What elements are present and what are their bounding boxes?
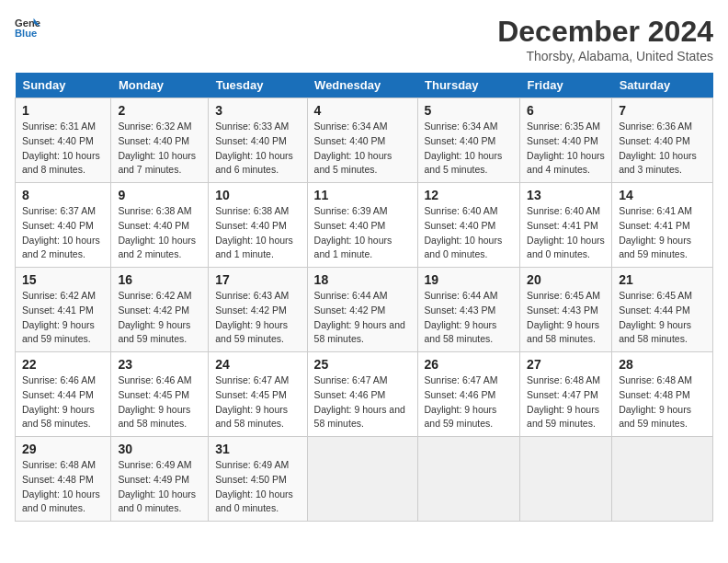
calendar-cell: 26Sunrise: 6:47 AMSunset: 4:46 PMDayligh… bbox=[417, 352, 520, 437]
day-number: 27 bbox=[527, 357, 605, 372]
calendar-cell: 24Sunrise: 6:47 AMSunset: 4:45 PMDayligh… bbox=[209, 352, 307, 437]
day-number: 23 bbox=[118, 357, 201, 372]
day-number: 24 bbox=[215, 357, 300, 372]
day-info: Sunrise: 6:41 AMSunset: 4:41 PMDaylight:… bbox=[619, 204, 706, 262]
day-number: 29 bbox=[22, 442, 104, 456]
calendar-cell bbox=[520, 437, 612, 522]
day-info: Sunrise: 6:45 AMSunset: 4:44 PMDaylight:… bbox=[619, 289, 706, 347]
logo: General Blue bbox=[15, 15, 40, 40]
day-info: Sunrise: 6:34 AMSunset: 4:40 PMDaylight:… bbox=[425, 120, 514, 178]
day-number: 6 bbox=[527, 103, 605, 118]
subtitle: Thorsby, Alabama, United States bbox=[497, 49, 713, 63]
calendar-cell: 23Sunrise: 6:46 AMSunset: 4:45 PMDayligh… bbox=[111, 352, 209, 437]
day-number: 22 bbox=[22, 357, 104, 372]
calendar-cell: 1Sunrise: 6:31 AMSunset: 4:40 PMDaylight… bbox=[16, 98, 111, 183]
day-info: Sunrise: 6:31 AMSunset: 4:40 PMDaylight:… bbox=[22, 120, 104, 178]
calendar-cell: 21Sunrise: 6:45 AMSunset: 4:44 PMDayligh… bbox=[612, 268, 713, 352]
week-row-4: 22Sunrise: 6:46 AMSunset: 4:44 PMDayligh… bbox=[16, 352, 713, 437]
calendar-cell: 17Sunrise: 6:43 AMSunset: 4:42 PMDayligh… bbox=[209, 268, 307, 352]
calendar-cell: 10Sunrise: 6:38 AMSunset: 4:40 PMDayligh… bbox=[209, 183, 307, 268]
calendar-cell: 20Sunrise: 6:45 AMSunset: 4:43 PMDayligh… bbox=[520, 268, 612, 352]
calendar-cell: 25Sunrise: 6:47 AMSunset: 4:46 PMDayligh… bbox=[307, 352, 417, 437]
page-header: General Blue December 2024 Thorsby, Alab… bbox=[15, 15, 713, 63]
day-info: Sunrise: 6:47 AMSunset: 4:46 PMDaylight:… bbox=[425, 373, 514, 431]
col-header-tuesday: Tuesday bbox=[209, 73, 307, 98]
day-number: 17 bbox=[215, 272, 300, 287]
title-area: December 2024 Thorsby, Alabama, United S… bbox=[497, 15, 713, 63]
week-row-3: 15Sunrise: 6:42 AMSunset: 4:41 PMDayligh… bbox=[16, 268, 713, 352]
calendar-cell: 15Sunrise: 6:42 AMSunset: 4:41 PMDayligh… bbox=[16, 268, 111, 352]
day-info: Sunrise: 6:38 AMSunset: 4:40 PMDaylight:… bbox=[118, 204, 201, 262]
day-number: 12 bbox=[425, 188, 514, 202]
calendar-cell: 7Sunrise: 6:36 AMSunset: 4:40 PMDaylight… bbox=[612, 98, 713, 183]
day-number: 9 bbox=[118, 188, 201, 202]
calendar-cell bbox=[612, 437, 713, 522]
week-row-5: 29Sunrise: 6:48 AMSunset: 4:48 PMDayligh… bbox=[16, 437, 713, 522]
calendar-cell: 4Sunrise: 6:34 AMSunset: 4:40 PMDaylight… bbox=[307, 98, 417, 183]
day-number: 21 bbox=[619, 272, 706, 287]
day-info: Sunrise: 6:48 AMSunset: 4:48 PMDaylight:… bbox=[619, 373, 706, 431]
day-number: 15 bbox=[22, 272, 104, 287]
week-row-1: 1Sunrise: 6:31 AMSunset: 4:40 PMDaylight… bbox=[16, 98, 713, 183]
day-info: Sunrise: 6:44 AMSunset: 4:43 PMDaylight:… bbox=[425, 289, 514, 347]
week-row-2: 8Sunrise: 6:37 AMSunset: 4:40 PMDaylight… bbox=[16, 183, 713, 268]
col-header-saturday: Saturday bbox=[612, 73, 713, 98]
day-info: Sunrise: 6:37 AMSunset: 4:40 PMDaylight:… bbox=[22, 204, 104, 262]
day-number: 20 bbox=[527, 272, 605, 287]
calendar-table: SundayMondayTuesdayWednesdayThursdayFrid… bbox=[15, 73, 713, 522]
calendar-cell: 11Sunrise: 6:39 AMSunset: 4:40 PMDayligh… bbox=[307, 183, 417, 268]
day-number: 5 bbox=[425, 103, 514, 118]
day-info: Sunrise: 6:33 AMSunset: 4:40 PMDaylight:… bbox=[215, 120, 300, 178]
calendar-cell: 6Sunrise: 6:35 AMSunset: 4:40 PMDaylight… bbox=[520, 98, 612, 183]
day-info: Sunrise: 6:48 AMSunset: 4:47 PMDaylight:… bbox=[527, 373, 605, 431]
day-info: Sunrise: 6:39 AMSunset: 4:40 PMDaylight:… bbox=[314, 204, 411, 262]
day-info: Sunrise: 6:42 AMSunset: 4:42 PMDaylight:… bbox=[118, 289, 201, 347]
col-header-monday: Monday bbox=[111, 73, 209, 98]
day-number: 16 bbox=[118, 272, 201, 287]
day-number: 14 bbox=[619, 188, 706, 202]
day-info: Sunrise: 6:45 AMSunset: 4:43 PMDaylight:… bbox=[527, 289, 605, 347]
day-number: 28 bbox=[619, 357, 706, 372]
svg-text:Blue: Blue bbox=[15, 28, 37, 39]
calendar-cell: 22Sunrise: 6:46 AMSunset: 4:44 PMDayligh… bbox=[16, 352, 111, 437]
day-info: Sunrise: 6:49 AMSunset: 4:49 PMDaylight:… bbox=[118, 458, 201, 516]
col-header-thursday: Thursday bbox=[417, 73, 520, 98]
calendar-cell bbox=[417, 437, 520, 522]
calendar-cell: 28Sunrise: 6:48 AMSunset: 4:48 PMDayligh… bbox=[612, 352, 713, 437]
calendar-cell: 27Sunrise: 6:48 AMSunset: 4:47 PMDayligh… bbox=[520, 352, 612, 437]
calendar-cell: 5Sunrise: 6:34 AMSunset: 4:40 PMDaylight… bbox=[417, 98, 520, 183]
day-info: Sunrise: 6:40 AMSunset: 4:41 PMDaylight:… bbox=[527, 204, 605, 262]
col-header-sunday: Sunday bbox=[16, 73, 111, 98]
day-info: Sunrise: 6:42 AMSunset: 4:41 PMDaylight:… bbox=[22, 289, 104, 347]
day-number: 19 bbox=[425, 272, 514, 287]
day-info: Sunrise: 6:38 AMSunset: 4:40 PMDaylight:… bbox=[215, 204, 300, 262]
main-title: December 2024 bbox=[497, 15, 713, 49]
day-info: Sunrise: 6:46 AMSunset: 4:44 PMDaylight:… bbox=[22, 373, 104, 431]
calendar-cell: 3Sunrise: 6:33 AMSunset: 4:40 PMDaylight… bbox=[209, 98, 307, 183]
calendar-cell: 30Sunrise: 6:49 AMSunset: 4:49 PMDayligh… bbox=[111, 437, 209, 522]
calendar-cell: 12Sunrise: 6:40 AMSunset: 4:40 PMDayligh… bbox=[417, 183, 520, 268]
calendar-cell: 14Sunrise: 6:41 AMSunset: 4:41 PMDayligh… bbox=[612, 183, 713, 268]
day-info: Sunrise: 6:43 AMSunset: 4:42 PMDaylight:… bbox=[215, 289, 300, 347]
day-number: 31 bbox=[215, 442, 300, 456]
logo-icon: General Blue bbox=[15, 15, 40, 40]
calendar-cell: 16Sunrise: 6:42 AMSunset: 4:42 PMDayligh… bbox=[111, 268, 209, 352]
day-info: Sunrise: 6:34 AMSunset: 4:40 PMDaylight:… bbox=[314, 120, 411, 178]
day-number: 30 bbox=[118, 442, 201, 456]
day-number: 18 bbox=[314, 272, 411, 287]
calendar-cell: 31Sunrise: 6:49 AMSunset: 4:50 PMDayligh… bbox=[209, 437, 307, 522]
day-info: Sunrise: 6:48 AMSunset: 4:48 PMDaylight:… bbox=[22, 458, 104, 516]
day-info: Sunrise: 6:32 AMSunset: 4:40 PMDaylight:… bbox=[118, 120, 201, 178]
calendar-cell bbox=[307, 437, 417, 522]
calendar-cell: 9Sunrise: 6:38 AMSunset: 4:40 PMDaylight… bbox=[111, 183, 209, 268]
day-number: 10 bbox=[215, 188, 300, 202]
day-info: Sunrise: 6:44 AMSunset: 4:42 PMDaylight:… bbox=[314, 289, 411, 347]
day-number: 8 bbox=[22, 188, 104, 202]
calendar-cell: 29Sunrise: 6:48 AMSunset: 4:48 PMDayligh… bbox=[16, 437, 111, 522]
day-info: Sunrise: 6:49 AMSunset: 4:50 PMDaylight:… bbox=[215, 458, 300, 516]
day-number: 25 bbox=[314, 357, 411, 372]
col-header-friday: Friday bbox=[520, 73, 612, 98]
calendar-cell: 2Sunrise: 6:32 AMSunset: 4:40 PMDaylight… bbox=[111, 98, 209, 183]
calendar-cell: 18Sunrise: 6:44 AMSunset: 4:42 PMDayligh… bbox=[307, 268, 417, 352]
day-info: Sunrise: 6:36 AMSunset: 4:40 PMDaylight:… bbox=[619, 120, 706, 178]
